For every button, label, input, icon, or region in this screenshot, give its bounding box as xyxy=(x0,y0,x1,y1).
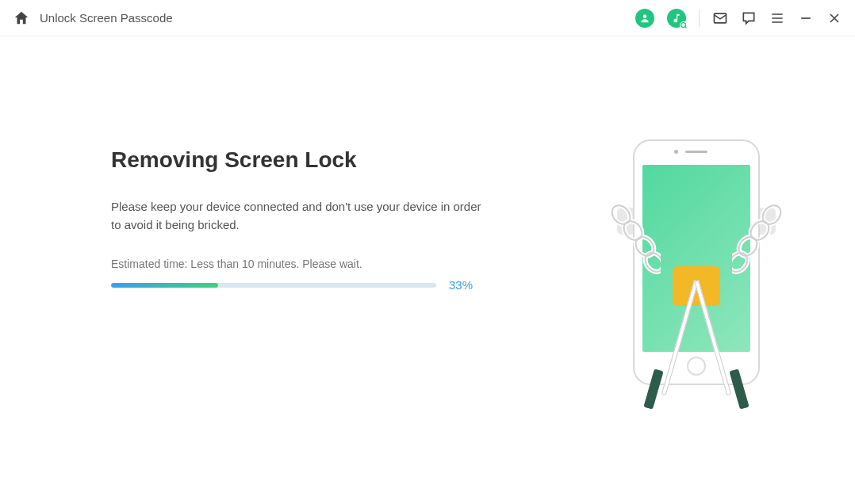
progress-row: 33% xyxy=(111,278,508,292)
header-divider xyxy=(699,10,700,27)
main-content: Removing Screen Lock Please keep your de… xyxy=(0,36,855,425)
home-icon[interactable] xyxy=(13,10,30,27)
feedback-icon[interactable] xyxy=(741,10,757,26)
close-icon[interactable] xyxy=(826,10,842,26)
content-description: Please keep your device connected and do… xyxy=(111,198,492,234)
music-icon[interactable] xyxy=(667,9,686,28)
content-left: Removing Screen Lock Please keep your de… xyxy=(111,147,508,425)
phone-home-button xyxy=(687,357,706,376)
menu-icon[interactable] xyxy=(769,10,785,26)
phone-camera xyxy=(674,150,678,154)
chain-right xyxy=(732,203,788,282)
svg-point-9 xyxy=(632,234,658,260)
chain-left xyxy=(605,203,661,282)
estimated-time: Estimated time: Less than 10 minutes. Pl… xyxy=(111,258,508,270)
svg-point-0 xyxy=(643,14,647,18)
svg-point-17 xyxy=(735,234,761,260)
progress-fill xyxy=(111,283,218,288)
content-title: Removing Screen Lock xyxy=(111,147,508,173)
app-header: Unlock Screen Passcode xyxy=(0,0,855,36)
phone-speaker xyxy=(685,151,707,153)
account-icon[interactable] xyxy=(635,9,654,28)
header-left: Unlock Screen Passcode xyxy=(13,10,173,27)
progress-bar xyxy=(111,283,436,288)
page-title: Unlock Screen Passcode xyxy=(40,11,173,25)
mail-icon[interactable] xyxy=(712,10,728,26)
progress-percent: 33% xyxy=(449,278,473,292)
svg-point-16 xyxy=(747,218,773,244)
minimize-icon[interactable] xyxy=(798,10,814,26)
header-right xyxy=(635,9,842,28)
svg-point-8 xyxy=(620,218,646,244)
svg-point-1 xyxy=(681,22,686,27)
phone-illustration xyxy=(617,139,776,425)
